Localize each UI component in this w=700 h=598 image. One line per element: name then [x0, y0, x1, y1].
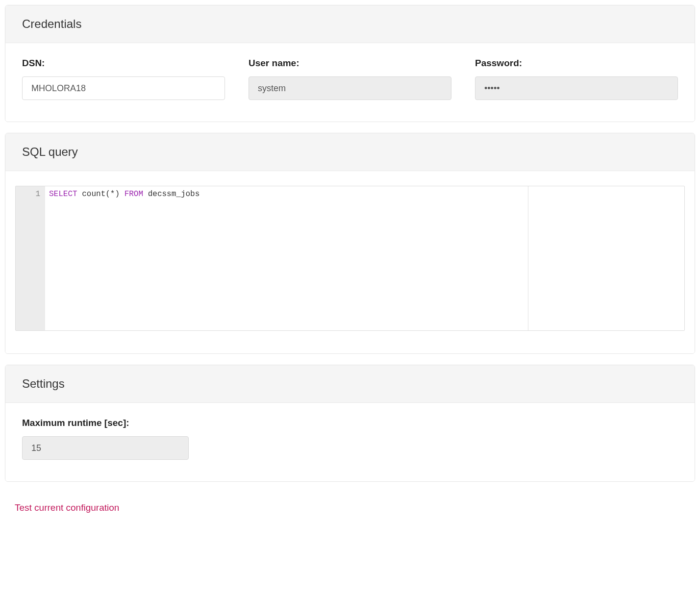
credentials-body: DSN: User name: Password: [5, 43, 695, 122]
sql-paren-star: (*) [105, 190, 120, 199]
settings-body: Maximum runtime [sec]: [5, 403, 695, 481]
settings-header: Settings [5, 365, 695, 403]
password-input[interactable] [475, 76, 678, 100]
sql-keyword-select: SELECT [49, 190, 77, 199]
sql-header: SQL query [5, 133, 695, 171]
max-runtime-input[interactable] [22, 436, 189, 460]
password-field-wrap: Password: [475, 58, 678, 100]
sql-editor[interactable]: 1 SELECT count(*) FROM decssm_jobs [15, 186, 685, 331]
dsn-field-wrap: DSN: [22, 58, 225, 100]
sql-title: SQL query [22, 145, 678, 159]
sql-gutter: 1 [16, 186, 45, 330]
line-number-1: 1 [19, 189, 40, 199]
sql-body: 1 SELECT count(*) FROM decssm_jobs [5, 171, 695, 353]
sql-table-name: decssm_jobs [148, 190, 200, 199]
credentials-header: Credentials [5, 5, 695, 43]
test-configuration-link[interactable]: Test current configuration [15, 502, 119, 513]
username-field-wrap: User name: [249, 58, 451, 100]
sql-editor-divider [528, 186, 528, 330]
dsn-label: DSN: [22, 58, 225, 69]
settings-title: Settings [22, 377, 678, 391]
sql-code-area[interactable]: SELECT count(*) FROM decssm_jobs [45, 186, 684, 330]
credentials-panel: Credentials DSN: User name: Password: [5, 5, 695, 122]
username-label: User name: [249, 58, 451, 69]
sql-func-count: count [82, 190, 105, 199]
password-label: Password: [475, 58, 678, 69]
settings-panel: Settings Maximum runtime [sec]: [5, 365, 695, 482]
sql-keyword-from: FROM [125, 190, 143, 199]
username-input[interactable] [249, 76, 451, 100]
dsn-input[interactable] [22, 76, 225, 100]
sql-panel: SQL query 1 SELECT count(*) FROM decssm_… [5, 133, 695, 354]
max-runtime-field-wrap: Maximum runtime [sec]: [22, 418, 189, 460]
max-runtime-label: Maximum runtime [sec]: [22, 418, 189, 428]
credentials-row: DSN: User name: Password: [22, 58, 678, 100]
credentials-title: Credentials [22, 17, 678, 31]
